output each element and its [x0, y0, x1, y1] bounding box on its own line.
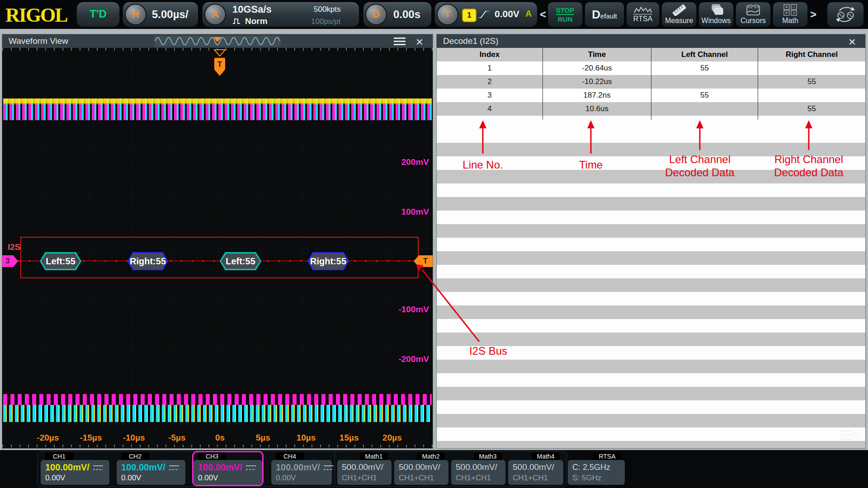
trigger-sweep-indicator: A: [525, 9, 532, 19]
trigger-source-badge[interactable]: 1: [462, 9, 476, 22]
trigger-status-pill[interactable]: T'D: [77, 2, 119, 27]
mode-switch-button[interactable]: [827, 2, 863, 27]
stop-run-button[interactable]: STOP RUN: [548, 2, 582, 27]
decode-column-header: Left Channel: [651, 48, 758, 61]
dc-coupling-icon: [324, 465, 334, 471]
bus-frame-label: Right:55: [130, 256, 166, 267]
measure-button[interactable]: Measure: [662, 2, 696, 27]
horizontal-knob[interactable]: H: [125, 4, 146, 25]
math-block-3[interactable]: Math3 500.00mV/ CH1+CH1: [451, 452, 505, 485]
sample-rate: 10GSa/s: [232, 4, 272, 15]
math-block-2[interactable]: Math2 500.00mV/ CH1+CH1: [394, 452, 448, 485]
windows-button[interactable]: Windows: [699, 2, 733, 27]
math1-tab[interactable]: Math1: [360, 452, 388, 460]
decode-cell: 10.6us: [542, 102, 651, 116]
decode-cell: 55: [651, 61, 758, 75]
trigger-pill[interactable]: T 1 0.00V A: [435, 2, 537, 27]
svg-text:-: -: [793, 5, 794, 9]
math-block-4[interactable]: Math4 500.00mV/ CH1+CH1: [508, 452, 563, 485]
horizontal-nav-bar[interactable]: [154, 36, 281, 47]
decode-cell: -10.22us: [542, 75, 651, 89]
voltage-scale-label: -200mV: [398, 354, 429, 364]
trigger-knob[interactable]: T: [437, 4, 458, 25]
cursors-icon: A B: [746, 4, 760, 16]
decode-column-header: Time: [542, 48, 651, 61]
horizontal-pill[interactable]: H 5.00µs/: [123, 2, 198, 27]
decode-cell: 187.2ns: [542, 89, 651, 102]
bus-frame-right: Right:55: [127, 252, 168, 270]
empty-table-stripe: [437, 441, 865, 448]
default-button[interactable]: Default: [585, 2, 624, 27]
delay-pill[interactable]: D 0.00s: [363, 2, 431, 27]
oscilloscope-screen: RIGOL T'D H 5.00µs/ A 10GSa/s Norm 500kp…: [0, 0, 868, 488]
acquire-mode: Norm: [245, 16, 268, 26]
channel-block-ch1[interactable]: CH1 100.00mV/ 0.00V: [41, 452, 109, 485]
spectrum-icon: [634, 6, 652, 13]
time-scale-label: -10µs: [123, 433, 145, 443]
math3-tab[interactable]: Math3: [474, 452, 502, 460]
empty-table-stripe: [437, 305, 865, 319]
decode-close-icon[interactable]: ×: [845, 35, 859, 49]
annotation-right-channel: Right Channel Decoded Data: [774, 153, 843, 179]
table-row[interactable]: 2-10.22us55: [437, 75, 865, 89]
decode-cell: [758, 89, 865, 102]
bottom-status-bar: CH1 100.00mV/ 0.00V CH2 100.00mV/ 0.00V …: [0, 450, 868, 488]
dc-coupling-icon: [169, 465, 179, 471]
table-row[interactable]: 3187.2ns55: [437, 89, 865, 102]
math2-tab[interactable]: Math2: [417, 452, 445, 460]
annotation-line-no: Line No.: [462, 158, 503, 171]
rtsa-button[interactable]: RTSA: [627, 2, 659, 27]
time-scale-label: -5µs: [168, 433, 185, 443]
collapse-panel-icon[interactable]: [839, 428, 860, 442]
svg-text:÷: ÷: [793, 10, 795, 15]
ch2-tab[interactable]: CH2: [121, 452, 149, 460]
annotation-i2s-bus: I2S Bus: [469, 344, 507, 357]
trigger-position-marker[interactable]: T: [209, 49, 231, 78]
grid-line: [2, 198, 433, 198]
grid-line: [2, 348, 433, 349]
ch4-tab[interactable]: CH4: [276, 452, 304, 460]
voltage-scale-label: 200mV: [401, 157, 429, 167]
math4-tab[interactable]: Math4: [532, 452, 560, 460]
decode-cell: 55: [758, 75, 865, 89]
toolbar-scroll-left[interactable]: <: [540, 8, 546, 21]
annotation-left-channel: Left Channel Decoded Data: [665, 153, 734, 179]
toolbar-scroll-right[interactable]: >: [810, 8, 816, 21]
bus-frame-label: Right:55: [310, 256, 346, 267]
bus-name-label: I2S: [8, 242, 21, 252]
time-scale-label: 10µs: [297, 433, 316, 443]
ch1-tab[interactable]: CH1: [45, 452, 73, 460]
rising-edge-icon: [477, 9, 490, 20]
svg-text:×: ×: [785, 10, 788, 15]
channel-block-ch2[interactable]: CH2 100.00mV/ 0.00V: [117, 452, 185, 485]
bus-frame-label: Left:55: [46, 256, 75, 267]
acq-wave-icon: [232, 18, 242, 25]
dc-coupling-icon: [246, 465, 256, 471]
ch3-tab[interactable]: CH3: [198, 452, 226, 460]
rtsa-tab[interactable]: RTSA: [593, 452, 621, 460]
table-row[interactable]: 410.6us55: [437, 102, 865, 116]
acquire-knob[interactable]: A: [204, 4, 226, 25]
channel-block-ch3[interactable]: CH3 100.00mV/ 0.00V: [193, 452, 262, 485]
decode-cell: [758, 61, 865, 75]
graticule[interactable]: T I2S 3 T Left:55Right:55Left:55Right:55…: [2, 48, 433, 448]
cursors-button[interactable]: A B Cursors: [736, 2, 770, 27]
annotation-time: Time: [579, 158, 603, 171]
rtsa-block[interactable]: RTSA C: 2.5GHz S: 5GHz: [568, 452, 625, 485]
grid-line: [2, 148, 433, 149]
waveform-close-icon[interactable]: ×: [413, 35, 426, 49]
delay-knob[interactable]: D: [365, 4, 387, 25]
channel-block-ch4[interactable]: CH4 100.00mV/ 0.00V: [271, 452, 332, 485]
table-row[interactable]: 1-20.64us55: [437, 61, 865, 75]
math-block-1[interactable]: Math1 500.00mV/ CH1+CH1: [337, 452, 392, 485]
acquire-pill[interactable]: A 10GSa/s Norm 500kpts 100ps/pt: [203, 2, 359, 27]
bus-frame-left: Left:55: [220, 252, 261, 270]
default-rest: efault: [600, 12, 617, 20]
bus-source-marker[interactable]: 3: [2, 255, 18, 267]
bus-frame-right: Right:55: [307, 252, 349, 270]
math-label: Math: [782, 17, 798, 25]
sample-resolution: 100ps/pt: [311, 17, 340, 26]
waveform-menu-icon[interactable]: [394, 38, 406, 45]
math-button[interactable]: + - × ÷ Math: [773, 2, 807, 27]
grid-line: [2, 298, 433, 299]
